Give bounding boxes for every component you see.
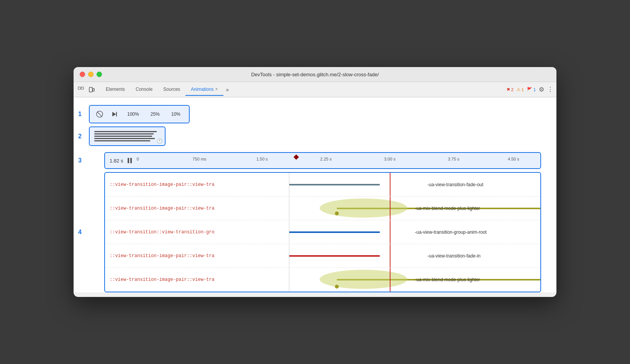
anim-name-group: -ua-view-transition-group-anim-root [415,230,487,235]
timeline-line-1 [94,131,157,132]
svg-line-5 [97,112,102,117]
svg-rect-7 [116,112,117,116]
time-ruler[interactable]: 1.82 s 0 750 ms 1.50 s 2.25 s 3.00 s 3.7… [104,152,541,169]
anim-label-4: ::view-transition-image-pair::view-tra [105,253,289,259]
timeline-line-2 [94,133,154,134]
inspect-icon[interactable] [77,85,85,94]
playhead-line-2 [390,197,390,220]
svg-rect-0 [78,87,80,89]
title-bar: DevTools - simple-set-demos.glitch.me/2-… [74,67,556,82]
close-button[interactable] [80,72,85,77]
devtools-body: Elements Console Sources Animations ✕ » … [74,82,556,292]
more-options-icon[interactable]: ⋮ [547,86,553,93]
anim-track-1: -ua-view-transition-fade-out [289,173,540,196]
clock-icon: 🕐 [157,138,162,144]
ruler-mark-225s: 2.25 s [320,157,332,161]
anim-bar-fade-out [289,184,380,185]
device-icon[interactable] [87,85,96,94]
playhead-line-4 [390,244,390,267]
window-title: DevTools - simple-set-demos.glitch.me/2-… [251,72,379,77]
ruler-mark-150s: 1.50 s [256,157,268,161]
info-count: 1 [533,87,536,92]
anim-bar-fade-in [289,255,380,257]
tab-elements[interactable]: Elements [100,84,130,96]
anim-bar-group [289,231,380,233]
devtools-window: DevTools - simple-set-demos.glitch.me/2-… [74,67,556,297]
table-row[interactable]: ::view-transition-image-pair::view-tra -… [105,197,540,220]
error-count: 2 [511,87,514,92]
settings-icon[interactable]: ⚙ [539,86,544,93]
anim-name-fade-in: -ua-view-transition-fade-in [427,253,481,259]
anim-track-5: -ua-mix-blend-mode-plus-lighter [289,268,540,292]
anim-label-5: ::view-transition-image-pair::view-tra [105,277,289,282]
svg-marker-6 [112,112,116,116]
section-label-4: 4 [78,229,82,236]
more-tabs-icon[interactable]: » [223,87,231,93]
anim-label-2: ::view-transition-image-pair::view-tra [105,206,289,211]
playhead-line-1 [390,173,390,196]
clear-button[interactable] [94,109,105,120]
tab-close-icon[interactable]: ✕ [215,87,218,91]
controls-bar: 100% 25% 10% [89,105,190,123]
section-label-3: 3 [78,157,82,164]
anim-name-lime-2: -ua-mix-blend-mode-plus-lighter [415,277,480,282]
tab-animations[interactable]: Animations ✕ [185,84,223,96]
section-label-2: 2 [78,133,82,140]
timeline-group-section: 2 🕐 [89,126,549,146]
table-row[interactable]: ::view-transition-image-pair::view-tra -… [105,244,540,268]
pause-bar-1 [128,158,129,163]
warning-badge: ⚠ 1 [517,87,524,92]
ruler-mark-375s: 3.75 s [448,157,459,161]
traffic-lights [80,72,102,77]
info-badge: 🚩 1 [527,87,536,92]
toolbar-icons [77,85,96,94]
ruler-mark-300s: 3.00 s [384,157,395,161]
animation-rows-section: ::view-transition-image-pair::view-tra -… [104,172,541,292]
ruler-mark-450s: 4.50 s [508,157,519,161]
timeline-line-3 [94,136,152,137]
speed-10-button[interactable]: 10% [167,110,184,118]
tab-right-icons: ✖ 2 ⚠ 1 🚩 1 ⚙ ⋮ [507,86,553,93]
error-badge: ✖ 2 [507,87,514,92]
ruler-mark-750ms: 750 ms [192,157,206,161]
info-icon: 🚩 [527,87,532,92]
ruler-marks: 0 750 ms 1.50 s 2.25 s 3.00 s 3.75 s 4.5… [136,152,536,169]
table-row[interactable]: ::view-transition::view-transition-gro -… [105,220,540,244]
anim-label-3: ::view-transition::view-transition-gro [105,230,289,235]
table-row[interactable]: ::view-transition-image-pair::view-tra -… [105,268,540,292]
panels-area: 1 [74,97,556,152]
speed-25-button[interactable]: 25% [147,110,164,118]
anim-track-2: -ua-mix-blend-mode-plus-lighter [289,197,540,220]
anim-rows-wrapper: 4 ::view-transition-image-pair::view-tra… [89,172,549,292]
tab-bar: Elements Console Sources Animations ✕ » … [74,82,556,97]
timeline-group-box[interactable]: 🕐 [89,126,166,146]
pause-icon[interactable] [128,158,132,163]
anim-dot-2 [335,285,339,289]
tab-animations-inner: Animations ✕ [191,87,218,92]
anim-track-3: -ua-view-transition-group-anim-root [289,220,540,244]
svg-rect-2 [89,87,92,92]
playhead-line-5 [390,268,390,292]
speed-100-button[interactable]: 100% [123,110,143,118]
ruler-mark-0: 0 [136,157,139,161]
timeline-line-5 [94,140,150,141]
anim-label-1: ::view-transition-image-pair::view-tra [105,182,289,187]
maximize-button[interactable] [97,72,102,77]
controls-section: 1 [89,105,549,123]
current-time: 1.82 s [110,158,123,164]
pause-bar-2 [130,158,132,163]
error-icon: ✖ [507,87,510,92]
ruler-section-wrapper: 3 1.82 s 0 750 ms 1.50 s 2.25 s 3.00 s [89,152,549,169]
anim-name-lime-1: -ua-mix-blend-mode-plus-lighter [415,206,480,211]
minimize-button[interactable] [88,72,94,77]
anim-track-4: -ua-view-transition-fade-in [289,244,540,267]
play-button[interactable] [109,109,120,120]
timeline-line-4 [94,138,155,139]
table-row[interactable]: ::view-transition-image-pair::view-tra -… [105,173,540,197]
tab-console[interactable]: Console [130,84,158,96]
svg-rect-3 [93,89,94,91]
tab-sources[interactable]: Sources [158,84,185,96]
anim-blob-1 [320,198,407,218]
svg-rect-1 [81,87,84,89]
anim-dot-1 [335,212,339,215]
